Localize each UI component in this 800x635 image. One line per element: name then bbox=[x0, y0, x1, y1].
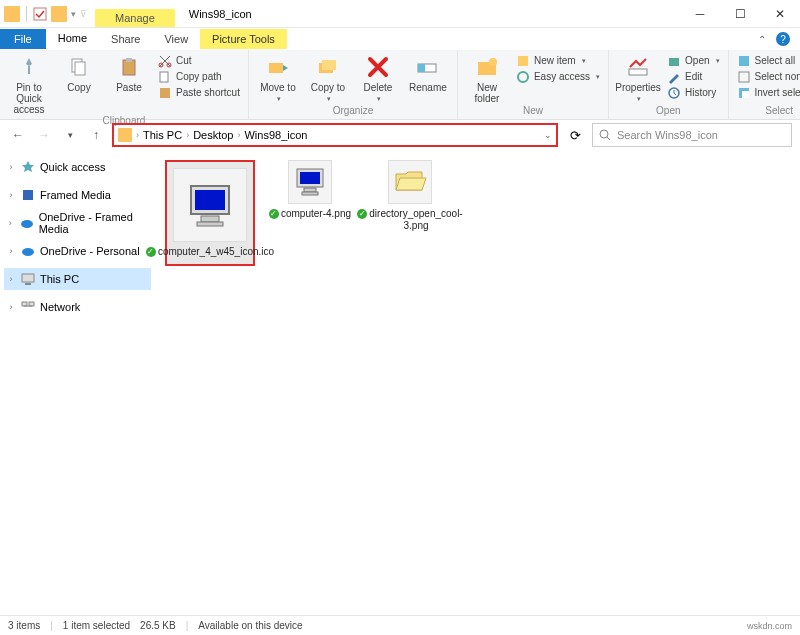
title-bar: ▾ ⊽ Manage Wins98_icon ─ ☐ ✕ bbox=[0, 0, 800, 28]
chevron-icon: › bbox=[237, 130, 240, 140]
nav-framed-media[interactable]: ›Framed Media bbox=[4, 184, 151, 206]
breadcrumb-item[interactable]: Desktop bbox=[193, 129, 233, 141]
svg-line-27 bbox=[607, 137, 610, 140]
svg-rect-14 bbox=[418, 64, 425, 72]
forward-button[interactable]: → bbox=[34, 125, 54, 145]
home-tab[interactable]: Home bbox=[46, 28, 99, 50]
nav-this-pc[interactable]: ›This PC bbox=[4, 268, 151, 290]
star-icon bbox=[20, 159, 36, 175]
rename-button[interactable]: Rename bbox=[407, 54, 449, 93]
share-tab[interactable]: Share bbox=[99, 29, 152, 49]
open-group: Properties▾ Open▾ Edit History Open bbox=[609, 50, 728, 119]
open-group-label: Open bbox=[617, 105, 719, 117]
easy-access-button[interactable]: Easy access▾ bbox=[516, 70, 600, 84]
svg-rect-19 bbox=[629, 69, 647, 75]
svg-point-18 bbox=[518, 72, 528, 82]
history-button[interactable]: History bbox=[667, 86, 719, 100]
file-tab[interactable]: File bbox=[0, 29, 46, 49]
app-icon bbox=[4, 6, 20, 22]
breadcrumb-item[interactable]: Wins98_icon bbox=[244, 129, 307, 141]
search-placeholder: Search Wins98_icon bbox=[617, 129, 718, 141]
copy-to-button[interactable]: Copy to▾ bbox=[307, 54, 349, 103]
address-dropdown-icon[interactable]: ⌄ bbox=[544, 130, 552, 140]
select-all-button[interactable]: Select all bbox=[737, 54, 800, 68]
recent-dropdown[interactable]: ▾ bbox=[60, 125, 80, 145]
qat-overflow: ⊽ bbox=[80, 9, 87, 19]
minimize-button[interactable]: ─ bbox=[680, 0, 720, 28]
svg-rect-28 bbox=[23, 190, 33, 200]
ribbon-tabs: File Home Share View Picture Tools ⌃ ? bbox=[0, 28, 800, 50]
copy-button[interactable]: Copy bbox=[58, 54, 100, 93]
title-context: Manage bbox=[95, 0, 175, 27]
file-name: computer_4_w45_icon.ico bbox=[158, 246, 274, 258]
new-group-label: New bbox=[466, 105, 600, 117]
svg-rect-43 bbox=[302, 192, 318, 195]
svg-rect-31 bbox=[22, 274, 34, 282]
clipboard-group: Pin to Quick access Copy Paste Cut Copy … bbox=[0, 50, 249, 119]
search-box[interactable]: Search Wins98_icon bbox=[592, 123, 792, 147]
collapse-ribbon-icon[interactable]: ⌃ bbox=[758, 34, 766, 45]
cloud-icon bbox=[20, 243, 36, 259]
svg-rect-25 bbox=[742, 91, 749, 98]
monitor-icon bbox=[183, 178, 237, 232]
status-selected: 1 item selected bbox=[63, 620, 130, 631]
sync-icon: ✓ bbox=[357, 209, 367, 219]
view-tab[interactable]: View bbox=[152, 29, 200, 49]
ribbon-right: ⌃ ? bbox=[758, 32, 800, 46]
move-to-icon bbox=[266, 55, 290, 79]
paste-button[interactable]: Paste bbox=[108, 54, 150, 93]
pc-icon bbox=[20, 271, 36, 287]
picture-tools-tab[interactable]: Picture Tools bbox=[200, 29, 287, 49]
svg-rect-10 bbox=[269, 63, 283, 73]
up-button[interactable]: ↑ bbox=[86, 125, 106, 145]
delete-button[interactable]: Delete▾ bbox=[357, 54, 399, 103]
network-icon bbox=[20, 299, 36, 315]
new-item-button[interactable]: New item▾ bbox=[516, 54, 600, 68]
help-icon[interactable]: ? bbox=[776, 32, 790, 46]
invert-selection-button[interactable]: Invert selection bbox=[737, 86, 800, 100]
open-button[interactable]: Open▾ bbox=[667, 54, 719, 68]
pin-button[interactable]: Pin to Quick access bbox=[8, 54, 50, 115]
file-item[interactable]: ✓computer_4_w45_icon.ico bbox=[165, 160, 255, 266]
move-to-button[interactable]: Move to▾ bbox=[257, 54, 299, 103]
paste-shortcut-button[interactable]: Paste shortcut bbox=[158, 86, 240, 100]
context-tab-label: Manage bbox=[95, 9, 175, 27]
file-thumbnail bbox=[173, 168, 247, 242]
edit-button[interactable]: Edit bbox=[667, 70, 719, 84]
select-group: Select all Select none Invert selection … bbox=[729, 50, 800, 119]
svg-rect-20 bbox=[669, 58, 679, 66]
svg-rect-37 bbox=[195, 190, 225, 210]
svg-rect-42 bbox=[304, 188, 316, 192]
svg-rect-39 bbox=[197, 222, 223, 226]
copy-to-icon bbox=[316, 55, 340, 79]
invert-icon bbox=[737, 86, 751, 100]
window-controls: ─ ☐ ✕ bbox=[680, 0, 800, 28]
status-count: 3 items bbox=[8, 620, 40, 631]
pin-label: Pin to Quick access bbox=[8, 82, 50, 115]
nav-quick-access[interactable]: ›Quick access bbox=[4, 156, 151, 178]
close-button[interactable]: ✕ bbox=[760, 0, 800, 28]
separator bbox=[26, 6, 27, 22]
qat-dropdown-icon[interactable]: ▾ bbox=[71, 9, 76, 19]
select-none-button[interactable]: Select none bbox=[737, 70, 800, 84]
nav-onedrive-fm[interactable]: ›OneDrive - Framed Media bbox=[4, 212, 151, 234]
address-bar[interactable]: › This PC › Desktop › Wins98_icon ⌄ bbox=[112, 123, 558, 147]
new-folder-icon bbox=[475, 55, 499, 79]
nav-network[interactable]: ›Network bbox=[4, 296, 151, 318]
copy-path-button[interactable]: Copy path bbox=[158, 70, 240, 84]
new-folder-button[interactable]: New folder bbox=[466, 54, 508, 104]
breadcrumb-item[interactable]: This PC bbox=[143, 129, 182, 141]
refresh-button[interactable]: ⟳ bbox=[564, 124, 586, 146]
file-item[interactable]: ✓computer-4.png bbox=[265, 160, 355, 220]
svg-rect-22 bbox=[739, 56, 749, 66]
content-pane[interactable]: ✓computer_4_w45_icon.ico ✓computer-4.png… bbox=[155, 150, 800, 615]
nav-onedrive-personal[interactable]: ›OneDrive - Personal bbox=[4, 240, 151, 262]
maximize-button[interactable]: ☐ bbox=[720, 0, 760, 28]
cut-button[interactable]: Cut bbox=[158, 54, 240, 68]
properties-button[interactable]: Properties▾ bbox=[617, 54, 659, 103]
back-button[interactable]: ← bbox=[8, 125, 28, 145]
file-item[interactable]: ✓directory_open_cool-3.png bbox=[365, 160, 455, 232]
checkbox-icon[interactable] bbox=[33, 7, 47, 21]
svg-rect-34 bbox=[29, 302, 34, 306]
folder-icon[interactable] bbox=[51, 6, 67, 22]
